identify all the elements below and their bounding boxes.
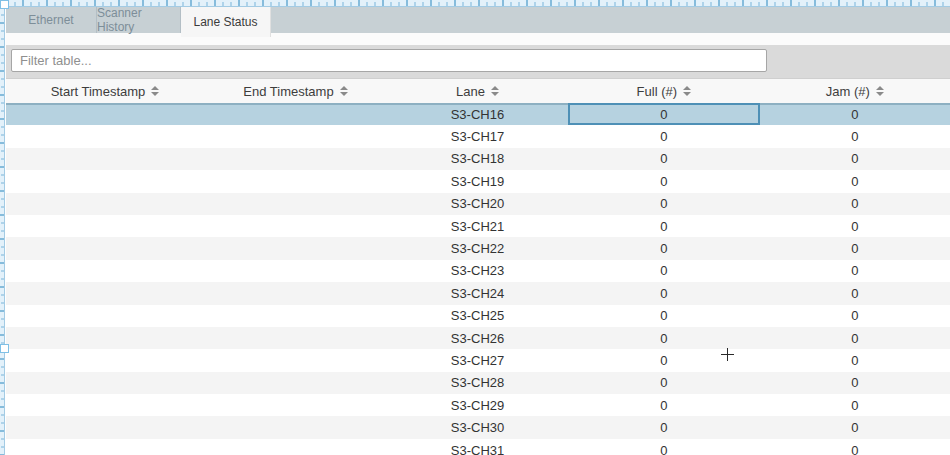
table-row[interactable]: S3-CH2800	[6, 372, 950, 394]
table-row[interactable]: S3-CH1900	[6, 170, 950, 192]
cell-jam[interactable]: 0	[760, 193, 950, 215]
cell-start[interactable]	[6, 394, 204, 416]
cell-end[interactable]	[204, 327, 387, 349]
table-row[interactable]: S3-CH2400	[6, 282, 950, 304]
cell-start[interactable]	[6, 327, 204, 349]
cell-full[interactable]: 0	[568, 260, 759, 282]
cell-lane[interactable]: S3-CH27	[387, 349, 568, 371]
cell-start[interactable]	[6, 193, 204, 215]
table-row[interactable]: S3-CH2700	[6, 349, 950, 371]
cell-full[interactable]: 0	[568, 103, 760, 125]
cell-start[interactable]	[6, 282, 204, 304]
cell-jam[interactable]: 0	[760, 125, 950, 147]
cell-lane[interactable]: S3-CH20	[387, 193, 568, 215]
cell-start[interactable]	[6, 416, 204, 438]
cell-jam[interactable]: 0	[760, 372, 950, 394]
cell-start[interactable]	[6, 349, 204, 371]
cell-lane[interactable]: S3-CH24	[387, 282, 568, 304]
cell-lane[interactable]: S3-CH23	[387, 260, 568, 282]
cell-jam[interactable]: 0	[760, 215, 950, 237]
tab-scanner-history[interactable]: Scanner History	[97, 7, 181, 33]
cell-start[interactable]	[6, 439, 204, 455]
column-header-start-timestamp[interactable]: Start Timestamp	[6, 79, 204, 103]
cell-jam[interactable]: 0	[760, 349, 950, 371]
cell-start[interactable]	[6, 215, 204, 237]
cell-jam[interactable]: 0	[760, 260, 950, 282]
cell-lane[interactable]: S3-CH19	[387, 170, 568, 192]
cell-lane[interactable]: S3-CH16	[387, 103, 568, 125]
cell-end[interactable]	[204, 170, 387, 192]
column-header-lane[interactable]: Lane	[387, 79, 568, 103]
cell-jam[interactable]: 0	[760, 148, 950, 170]
cell-jam[interactable]: 0	[760, 237, 950, 259]
cell-lane[interactable]: S3-CH17	[387, 125, 568, 147]
cell-full[interactable]: 0	[568, 125, 759, 147]
cell-end[interactable]	[204, 394, 387, 416]
table-row[interactable]: S3-CH2200	[6, 237, 950, 259]
cell-full[interactable]: 0	[568, 148, 759, 170]
cell-full[interactable]: 0	[568, 237, 759, 259]
cell-end[interactable]	[204, 416, 387, 438]
cell-jam[interactable]: 0	[760, 103, 950, 125]
table-row[interactable]: S3-CH1700	[6, 125, 950, 147]
tab-ethernet[interactable]: Ethernet	[6, 7, 97, 33]
cell-start[interactable]	[6, 260, 204, 282]
cell-start[interactable]	[6, 170, 204, 192]
table-row[interactable]: S3-CH2900	[6, 394, 950, 416]
cell-start[interactable]	[6, 237, 204, 259]
cell-lane[interactable]: S3-CH21	[387, 215, 568, 237]
cell-end[interactable]	[204, 215, 387, 237]
cell-lane[interactable]: S3-CH26	[387, 327, 568, 349]
cell-jam[interactable]: 0	[760, 327, 950, 349]
column-header-full[interactable]: Full (#)	[568, 79, 759, 103]
cell-full[interactable]: 0	[568, 416, 759, 438]
cell-end[interactable]	[204, 103, 387, 125]
table-row[interactable]: S3-CH3100	[6, 439, 950, 455]
cell-end[interactable]	[204, 439, 387, 455]
cell-start[interactable]	[6, 103, 204, 125]
cell-start[interactable]	[6, 148, 204, 170]
cell-jam[interactable]: 0	[760, 439, 950, 455]
cell-end[interactable]	[204, 125, 387, 147]
table-row[interactable]: S3-CH2100	[6, 215, 950, 237]
cell-start[interactable]	[6, 372, 204, 394]
cell-end[interactable]	[204, 193, 387, 215]
cell-full[interactable]: 0	[568, 439, 759, 455]
column-header-end-timestamp[interactable]: End Timestamp	[204, 79, 387, 103]
cell-lane[interactable]: S3-CH18	[387, 148, 568, 170]
cell-lane[interactable]: S3-CH25	[387, 305, 568, 327]
cell-jam[interactable]: 0	[760, 282, 950, 304]
cell-full[interactable]: 0	[568, 193, 759, 215]
cell-end[interactable]	[204, 282, 387, 304]
cell-end[interactable]	[204, 372, 387, 394]
cell-full[interactable]: 0	[568, 305, 759, 327]
table-row[interactable]: S3-CH2600	[6, 327, 950, 349]
cell-end[interactable]	[204, 148, 387, 170]
filter-table-input[interactable]	[11, 49, 767, 72]
table-row[interactable]: S3-CH2300	[6, 260, 950, 282]
cell-full[interactable]: 0	[568, 282, 759, 304]
cell-end[interactable]	[204, 305, 387, 327]
table-row[interactable]: S3-CH1800	[6, 148, 950, 170]
cell-jam[interactable]: 0	[760, 170, 950, 192]
resize-handle-left-middle[interactable]	[0, 344, 9, 353]
cell-jam[interactable]: 0	[760, 394, 950, 416]
cell-lane[interactable]: S3-CH28	[387, 372, 568, 394]
cell-end[interactable]	[204, 237, 387, 259]
cell-lane[interactable]: S3-CH22	[387, 237, 568, 259]
cell-jam[interactable]: 0	[760, 305, 950, 327]
cell-lane[interactable]: S3-CH29	[387, 394, 568, 416]
cell-lane[interactable]: S3-CH30	[387, 416, 568, 438]
cell-end[interactable]	[204, 349, 387, 371]
cell-end[interactable]	[204, 260, 387, 282]
cell-start[interactable]	[6, 125, 204, 147]
cell-full[interactable]: 0	[568, 372, 759, 394]
table-row[interactable]: S3-CH1600	[6, 103, 950, 125]
cell-jam[interactable]: 0	[760, 416, 950, 438]
table-row[interactable]: S3-CH2000	[6, 193, 950, 215]
cell-full[interactable]: 0	[568, 215, 759, 237]
cell-start[interactable]	[6, 305, 204, 327]
resize-handle-top-left[interactable]	[0, 0, 9, 9]
cell-lane[interactable]: S3-CH31	[387, 439, 568, 455]
cell-full[interactable]: 0	[568, 394, 759, 416]
